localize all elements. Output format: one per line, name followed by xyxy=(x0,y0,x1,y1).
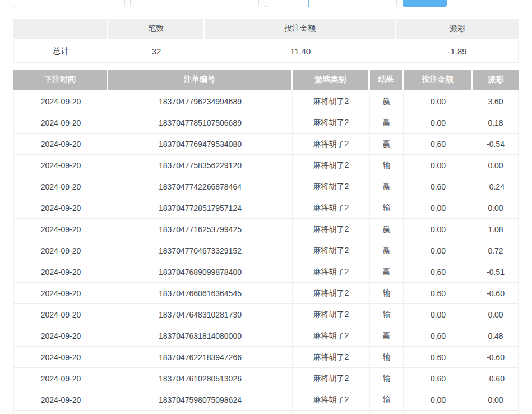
cell-game-type: 麻将胡了2 xyxy=(293,197,370,219)
cell-bet-time: 2024-09-20 xyxy=(13,134,108,155)
segment-option-3[interactable] xyxy=(353,0,397,7)
table-row: 2024-09-201837047648310281730麻将胡了2输0.000… xyxy=(13,304,519,325)
cell-bet-time: 2024-09-20 xyxy=(13,304,108,325)
table-row: 2024-09-201837047598075098624麻将胡了2输0.000… xyxy=(13,389,519,411)
table-row: 2024-09-201837047728517957124麻将胡了2输0.000… xyxy=(13,197,519,219)
cell-bet-amount: 0.00 xyxy=(404,304,473,325)
bet-table-body: 2024-09-201837047796234994689麻将胡了2赢0.003… xyxy=(13,91,519,414)
cell-bet-time: 2024-09-20 xyxy=(13,197,108,219)
cell-empty xyxy=(370,411,404,414)
cell-bet-amount: 0.00 xyxy=(404,197,473,219)
cell-bet-id: 1837047728517957124 xyxy=(108,197,293,219)
search-button[interactable] xyxy=(403,0,447,7)
cell-game-type: 麻将胡了2 xyxy=(293,283,370,304)
cell-bet-time: 2024-09-20 xyxy=(13,155,108,176)
table-row: 2024-09-201837047796234994689麻将胡了2赢0.003… xyxy=(13,91,519,112)
cell-result: 赢 xyxy=(370,261,404,283)
cell-result: 输 xyxy=(370,389,404,411)
header-payout: 派彩 xyxy=(473,70,519,91)
cell-payout: -0.24 xyxy=(473,176,519,197)
summary-total-payout: -1.89 xyxy=(396,40,519,63)
cell-payout: -0.60 xyxy=(473,283,519,304)
summary-total-bet-amount: 11.40 xyxy=(205,40,396,63)
segment-option-1[interactable] xyxy=(265,0,309,7)
summary-total-count: 32 xyxy=(108,40,205,63)
cell-game-type: 麻将胡了2 xyxy=(293,368,370,389)
table-row: 2024-09-201837047785107506689麻将胡了2赢0.000… xyxy=(13,112,519,134)
cell-bet-time: 2024-09-20 xyxy=(13,389,108,411)
table-row: 2024-09-201837047660616364545麻将胡了2输0.60-… xyxy=(13,283,519,304)
table-row: 2024-09-201837047610280513026麻将胡了2输0.60-… xyxy=(13,368,519,389)
cell-bet-id: 1837047689099878400 xyxy=(108,261,293,283)
cell-result: 输 xyxy=(370,283,404,304)
cell-game-type: 麻将胡了2 xyxy=(293,325,370,347)
cell-bet-amount: 0.60 xyxy=(404,368,473,389)
cell-bet-amount: 0.00 xyxy=(404,240,473,261)
table-row: 2024-09-201837047758356229120麻将胡了2输0.000… xyxy=(13,155,519,176)
header-game-type: 游戏类别 xyxy=(293,70,370,91)
cell-bet-id: 1837047631814080000 xyxy=(108,325,293,347)
filter-input-1[interactable] xyxy=(13,0,125,7)
bet-records-table: 下注时间 注单编号 游戏类别 结果 投注金额 派彩 2024-09-201837… xyxy=(13,70,519,414)
cell-bet-amount: 0.00 xyxy=(404,91,473,112)
cell-payout: 1.08 xyxy=(473,219,519,240)
cell-bet-id: 1837047622183947266 xyxy=(108,347,293,368)
cell-game-type: 麻将胡了2 xyxy=(293,240,370,261)
cell-result: 输 xyxy=(370,304,404,325)
cell-game-type: 麻将胡了2 xyxy=(293,219,370,240)
cell-bet-amount: 0.60 xyxy=(404,283,473,304)
cell-bet-id: 1837047769479534080 xyxy=(108,134,293,155)
cell-game-type: 麻将胡了2 xyxy=(293,389,370,411)
cell-bet-amount: 0.00 xyxy=(404,389,473,411)
cell-bet-time: 2024-09-20 xyxy=(13,240,108,261)
header-bet-id: 注单编号 xyxy=(108,70,293,91)
summary-header-payout: 派彩 xyxy=(396,19,519,40)
cell-empty xyxy=(404,411,473,414)
filter-input-2[interactable] xyxy=(130,0,259,7)
cell-result: 赢 xyxy=(370,134,404,155)
cell-result: 赢 xyxy=(370,112,404,134)
table-row-partial xyxy=(13,411,519,414)
cell-result: 赢 xyxy=(370,219,404,240)
cell-payout: 0.00 xyxy=(473,389,519,411)
cell-bet-time: 2024-09-20 xyxy=(13,283,108,304)
cell-payout: 0.18 xyxy=(473,112,519,134)
header-bet-time: 下注时间 xyxy=(13,70,108,91)
cell-payout: 0.00 xyxy=(473,197,519,219)
cell-payout: 0.00 xyxy=(473,155,519,176)
cell-result: 赢 xyxy=(370,91,404,112)
summary-header-blank xyxy=(13,19,108,40)
segment-option-2[interactable] xyxy=(308,0,353,7)
cell-bet-id: 1837047598075098624 xyxy=(108,389,293,411)
cell-bet-id: 1837047758356229120 xyxy=(108,155,293,176)
cell-bet-amount: 0.60 xyxy=(404,325,473,347)
cell-game-type: 麻将胡了2 xyxy=(293,112,370,134)
cell-bet-amount: 0.60 xyxy=(404,134,473,155)
cell-bet-id: 1837047648310281730 xyxy=(108,304,293,325)
summary-table: 笔数 投注金额 派彩 总计 32 11.40 -1.89 xyxy=(13,19,519,63)
cell-payout: -0.60 xyxy=(473,368,519,389)
cell-bet-amount: 0.00 xyxy=(404,219,473,240)
cell-bet-id: 1837047704673329152 xyxy=(108,240,293,261)
table-row: 2024-09-201837047769479534080麻将胡了2赢0.60-… xyxy=(13,134,519,155)
cell-game-type: 麻将胡了2 xyxy=(293,347,370,368)
cell-payout: -0.60 xyxy=(473,347,519,368)
quick-range-segmented-control xyxy=(265,0,397,7)
cell-empty xyxy=(473,411,519,414)
cell-bet-amount: 0.60 xyxy=(404,261,473,283)
summary-header-row: 笔数 投注金额 派彩 xyxy=(13,19,519,40)
table-row: 2024-09-201837047716253799425麻将胡了2赢0.001… xyxy=(13,219,519,240)
summary-header-bet-amount: 投注金额 xyxy=(205,19,396,40)
cell-payout: 0.72 xyxy=(473,240,519,261)
cell-bet-time: 2024-09-20 xyxy=(13,91,108,112)
cell-payout: -0.54 xyxy=(473,134,519,155)
cell-bet-id: 1837047660616364545 xyxy=(108,283,293,304)
cell-result: 赢 xyxy=(370,240,404,261)
cell-bet-time: 2024-09-20 xyxy=(13,347,108,368)
bet-table-header-row: 下注时间 注单编号 游戏类别 结果 投注金额 派彩 xyxy=(13,70,519,91)
cell-bet-amount: 0.00 xyxy=(404,155,473,176)
cell-bet-id: 1837047610280513026 xyxy=(108,368,293,389)
cell-game-type: 麻将胡了2 xyxy=(293,91,370,112)
cell-bet-time: 2024-09-20 xyxy=(13,261,108,283)
cell-bet-id: 1837047796234994689 xyxy=(108,91,293,112)
